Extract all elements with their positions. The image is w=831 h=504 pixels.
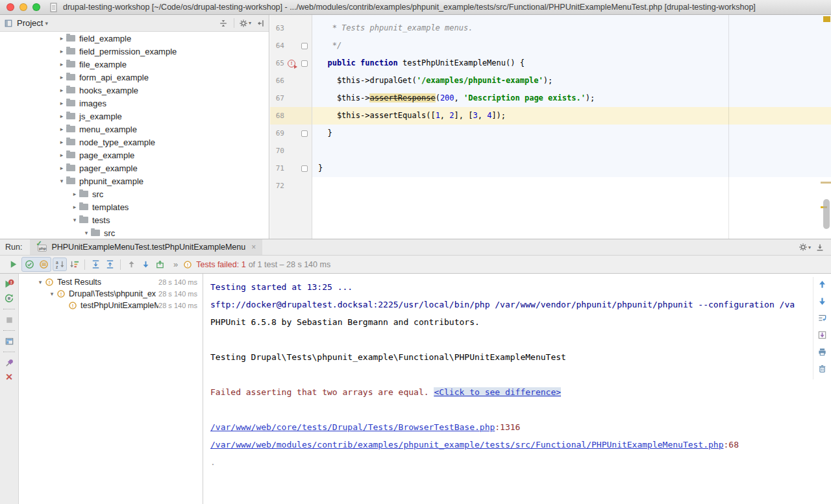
more-chevrons-icon[interactable]: » <box>173 259 178 269</box>
tree-item-field_permission_example[interactable]: ▸field_permission_example <box>0 45 269 58</box>
test-failed-gutter-icon[interactable]: ! <box>288 60 295 67</box>
test-tree-item[interactable]: ▾!Drupal\Tests\phpunit_ex28 s 140 ms <box>19 288 203 300</box>
console-link[interactable]: /var/www/web/modules/contrib/examples/ph… <box>210 440 724 450</box>
error-stripe-mark[interactable] <box>821 182 831 184</box>
next-failed-test-button[interactable] <box>138 258 153 271</box>
code-line-71[interactable]: 71} <box>270 160 831 177</box>
chevron-right-icon[interactable]: ▸ <box>57 126 66 132</box>
chevron-right-icon[interactable]: ▸ <box>57 139 66 145</box>
editor-scrollbar-thumb[interactable] <box>823 199 830 229</box>
tree-item-menu_example[interactable]: ▸menu_example <box>0 123 269 136</box>
fold-marker-icon[interactable] <box>301 130 308 137</box>
code-line-66[interactable]: 66 $this->drupalGet('/examples/phpunit-e… <box>270 72 831 90</box>
scroll-up-button[interactable] <box>817 279 828 290</box>
hide-run-panel-icon[interactable] <box>815 243 825 252</box>
code-line-67[interactable]: 67 $this->assertResponse(200, 'Descripti… <box>270 90 831 107</box>
phpstorm-window: drupal-testing-workshop [~/Code/os/drupa… <box>0 0 831 504</box>
soft-wrap-toggle[interactable] <box>817 313 828 324</box>
tree-item-node_type_example[interactable]: ▸node_type_example <box>0 136 269 149</box>
chevron-right-icon[interactable]: ▸ <box>57 74 66 80</box>
right-margin-guide <box>728 15 729 239</box>
print-button[interactable] <box>817 346 828 357</box>
chevron-right-icon[interactable]: ▸ <box>57 152 66 158</box>
tree-item-js_example[interactable]: ▸js_example <box>0 110 269 123</box>
tree-item-form_api_example[interactable]: ▸form_api_example <box>0 71 269 84</box>
clear-console-button[interactable] <box>817 363 828 374</box>
tree-item-src[interactable]: ▾src <box>0 226 269 239</box>
chevron-right-icon[interactable]: ▸ <box>57 61 66 67</box>
gear-icon[interactable]: ▾ <box>239 19 251 28</box>
tree-item-templates[interactable]: ▸templates <box>0 200 269 213</box>
fold-marker-icon[interactable] <box>301 43 308 49</box>
folder-icon <box>66 100 75 106</box>
code-line-65[interactable]: 65! public function testPhpUnitExampleMe… <box>270 54 831 72</box>
separator <box>3 309 15 309</box>
chevron-down-icon[interactable]: ▾ <box>57 178 66 184</box>
expand-all-button[interactable] <box>88 258 103 271</box>
project-panel-title[interactable]: Project <box>17 18 43 28</box>
scroll-down-button[interactable] <box>817 296 828 307</box>
collapse-all-button[interactable] <box>103 258 117 271</box>
chevron-down-icon[interactable]: ▾ <box>45 20 48 27</box>
code-line-69[interactable]: 69 } <box>270 125 831 142</box>
scroll-to-end-button[interactable] <box>817 330 828 341</box>
code-line-64[interactable]: 64 */ <box>270 37 831 54</box>
chevron-right-icon[interactable]: ▸ <box>57 100 66 106</box>
code-editor[interactable]: 63 * Tests phpunit_example menus.64 */65… <box>270 15 831 239</box>
minimize-window-button[interactable] <box>19 3 27 11</box>
run-tab[interactable]: php✓ PHPUnitExampleMenuTest.testPhpUnitE… <box>30 239 262 255</box>
chevron-down-icon[interactable]: ▾ <box>82 230 91 236</box>
previous-failed-test-button[interactable] <box>124 258 138 271</box>
show-ignored-toggle[interactable] <box>36 258 51 271</box>
code-line-68[interactable]: 68 $this->assertEquals([1, 2], [3, 4]); <box>270 107 831 125</box>
chevron-right-icon[interactable]: ▸ <box>57 48 66 54</box>
close-tab-icon[interactable]: × <box>251 243 256 252</box>
chevron-right-icon[interactable]: ▸ <box>57 165 66 171</box>
chevron-down-icon[interactable]: ▾ <box>70 217 79 223</box>
error-stripe-status[interactable] <box>823 16 830 22</box>
code-line-72[interactable]: 72 <box>270 177 831 195</box>
tree-item-field_example[interactable]: ▸field_example <box>0 32 269 45</box>
chevron-right-icon[interactable]: ▸ <box>70 191 79 197</box>
tree-item-page_example[interactable]: ▸page_example <box>0 149 269 162</box>
chevron-right-icon[interactable]: ▸ <box>70 204 79 210</box>
rerun-test-button[interactable] <box>6 258 20 271</box>
gear-icon[interactable]: ▾ <box>799 243 811 252</box>
console-link[interactable]: /var/www/web/core/tests/Drupal/Tests/Bro… <box>210 422 495 432</box>
tree-item-pager_example[interactable]: ▸pager_example <box>0 162 269 174</box>
chevron-right-icon[interactable]: ▸ <box>57 87 66 93</box>
code-line-70[interactable]: 70 <box>270 142 831 160</box>
chevron-right-icon[interactable]: ▸ <box>57 113 66 119</box>
tree-item-phpunit_example[interactable]: ▾phpunit_example <box>0 174 269 187</box>
tree-item-hooks_example[interactable]: ▸hooks_example <box>0 84 269 97</box>
test-tree-item[interactable]: ▾!Test Results28 s 140 ms <box>19 276 203 288</box>
fold-marker-icon[interactable] <box>301 165 308 172</box>
stop-button[interactable] <box>3 313 16 327</box>
test-tree-item[interactable]: !testPhpUnitExampleM28 s 140 ms <box>19 300 203 311</box>
show-passed-toggle[interactable] <box>22 258 36 271</box>
rerun-failed-tests-button[interactable]: ! <box>3 277 16 291</box>
sort-by-duration-button[interactable] <box>67 258 81 271</box>
sort-alphabetically-toggle[interactable]: az <box>53 258 67 271</box>
console-link[interactable]: <Click to see difference> <box>434 387 561 397</box>
tree-item-file_example[interactable]: ▸file_example <box>0 58 269 71</box>
toggle-auto-test-button[interactable] <box>3 291 16 306</box>
restore-layout-button[interactable] <box>3 334 16 348</box>
tree-item-src[interactable]: ▸src <box>0 187 269 200</box>
tree-item-images[interactable]: ▸images <box>0 97 269 110</box>
zoom-window-button[interactable] <box>32 3 40 11</box>
import-test-results-button[interactable] <box>153 258 167 271</box>
chevron-down-icon[interactable]: ▾ <box>36 279 45 285</box>
close-button[interactable]: ✕ <box>3 370 16 384</box>
tree-item-tests[interactable]: ▾tests <box>0 213 269 226</box>
close-window-button[interactable] <box>6 3 14 11</box>
fold-marker-icon[interactable] <box>301 60 308 67</box>
hide-panel-icon[interactable] <box>256 19 265 28</box>
select-opened-file-icon[interactable] <box>219 19 228 28</box>
pin-tab-button[interactable] <box>3 355 16 370</box>
code-line-63[interactable]: 63 * Tests phpunit_example menus. <box>270 19 831 37</box>
code-text <box>312 142 831 160</box>
test-console[interactable]: Testing started at 13:25 ...sftp://docke… <box>203 274 831 504</box>
chevron-down-icon[interactable]: ▾ <box>47 291 56 297</box>
chevron-right-icon[interactable]: ▸ <box>57 35 66 42</box>
